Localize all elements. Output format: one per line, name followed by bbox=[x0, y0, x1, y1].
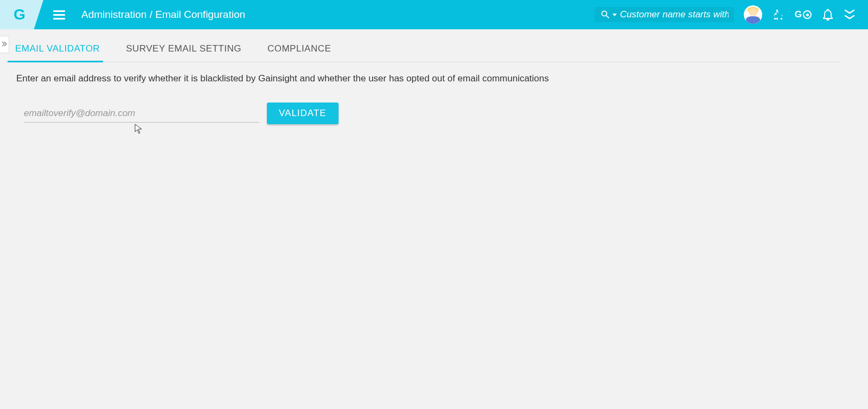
go-circle-icon bbox=[803, 10, 812, 19]
expand-panel-button[interactable] bbox=[844, 9, 855, 20]
go-label: G bbox=[795, 9, 802, 20]
chevron-down-icon bbox=[844, 9, 855, 15]
validate-form: VALIDATE bbox=[0, 90, 868, 130]
search-icon bbox=[600, 9, 611, 20]
hierarchy-icon[interactable] bbox=[772, 8, 785, 21]
tab-survey-email-setting[interactable]: SURVEY EMAIL SETTING bbox=[126, 43, 241, 62]
hamburger-icon bbox=[53, 10, 65, 12]
customer-search-input[interactable] bbox=[620, 9, 729, 20]
hamburger-menu-button[interactable] bbox=[53, 10, 65, 20]
main-content: EMAIL VALIDATOR SURVEY EMAIL SETTING COM… bbox=[0, 29, 868, 130]
tab-email-validator[interactable]: EMAIL VALIDATOR bbox=[15, 43, 100, 62]
email-input[interactable] bbox=[24, 105, 259, 123]
logo-letter: G bbox=[14, 6, 25, 23]
page-description: Enter an email address to verify whether… bbox=[0, 62, 868, 90]
validate-button[interactable]: VALIDATE bbox=[267, 103, 339, 124]
go-button[interactable]: G bbox=[795, 9, 812, 20]
app-header: G Administration / Email Configuration G bbox=[0, 0, 868, 29]
tab-bar: EMAIL VALIDATOR SURVEY EMAIL SETTING COM… bbox=[5, 29, 841, 62]
user-avatar[interactable] bbox=[744, 5, 762, 24]
breadcrumb: Administration / Email Configuration bbox=[81, 9, 245, 21]
bell-icon bbox=[821, 8, 834, 21]
app-logo[interactable]: G bbox=[0, 0, 43, 29]
tab-compliance[interactable]: COMPLIANCE bbox=[267, 43, 331, 62]
search-dropdown-caret-icon[interactable] bbox=[612, 14, 617, 16]
customer-search[interactable] bbox=[595, 7, 734, 22]
chevron-down-icon bbox=[844, 15, 855, 20]
header-right: G bbox=[595, 5, 868, 24]
notifications-button[interactable] bbox=[821, 8, 834, 21]
